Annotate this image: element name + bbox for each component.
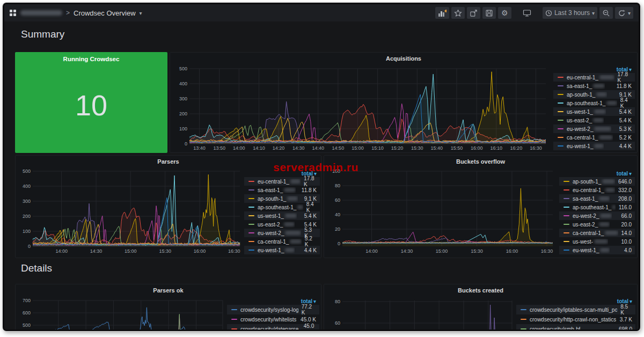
- series-color-swatch: [564, 215, 569, 217]
- legend-row-eu-west-1-[interactable]: eu-west-1_4.4 K: [244, 246, 320, 254]
- svg-text:13:50: 13:50: [214, 145, 226, 151]
- svg-text:0: 0: [28, 244, 31, 249]
- legend-total-value: 45.0 K: [301, 323, 316, 331]
- legend-series-name: ap-south-1_: [258, 196, 298, 202]
- star-button[interactable]: [451, 7, 465, 19]
- legend-total-value: 5.4 K: [616, 118, 632, 123]
- svg-text:60: 60: [335, 197, 340, 203]
- legend-row-eu-west-2-[interactable]: eu-west-2_66.0: [559, 211, 635, 220]
- legend-row-eu-west-1-[interactable]: eu-west-1_4.0: [559, 246, 635, 254]
- svg-text:200: 200: [23, 214, 31, 219]
- stat-title[interactable]: Running Crowdsec: [63, 56, 120, 62]
- acquisitions-chart[interactable]: 010020030040050013:4013:5014:0014:1014:2…: [174, 65, 550, 153]
- svg-text:15:30: 15:30: [159, 248, 171, 254]
- settings-button[interactable]: ⚙: [498, 7, 511, 19]
- legend-row-us-west-1-[interactable]: us-west-1_5.4 K: [244, 211, 320, 220]
- legend-row-ap-southeast-1-[interactable]: ap-southeast-1_8.4 K: [244, 203, 320, 211]
- navbar: > Crowdsec Overview ▾: [4, 4, 639, 21]
- legend-row-crowdsecurity-syslog-logs[interactable]: crowdsecurity/syslog-logs77.2 K: [227, 305, 319, 314]
- series-crowdsecurity/syslog-logs: [33, 307, 223, 331]
- buckets-overflow-chart[interactable]: 02040608010014:0014:3015:0015:3016:0016:…: [327, 169, 556, 258]
- panel-parsers-ok: Parsers ok 500600700 total▾crowdsecurity…: [15, 284, 321, 331]
- legend-row-crowdsecurity-smb-bf[interactable]: crowdsecurity/smb-bf698.0: [516, 324, 635, 331]
- legend-row-ap-southeast-1-[interactable]: ap-southeast-1_116.0: [559, 203, 635, 211]
- section-summary[interactable]: Summary: [21, 28, 64, 40]
- chevron-down-icon[interactable]: ▾: [628, 10, 631, 16]
- legend-row-ca-central-1-[interactable]: ca-central-1_14.0: [559, 229, 635, 237]
- legend-total-value: 332.0: [615, 187, 632, 193]
- zoom-out-button[interactable]: [599, 7, 613, 19]
- legend-row-sa-east-1-[interactable]: sa-east-1_11.8 K: [244, 186, 320, 194]
- legend-row-ca-central-1-[interactable]: ca-central-1_5.2 K: [553, 133, 635, 142]
- legend-row-eu-central-1-[interactable]: eu-central-1_332.0: [559, 186, 635, 194]
- legend-total-value: 11.8 K: [298, 187, 317, 193]
- save-button[interactable]: [482, 7, 496, 19]
- legend-row-ap-southeast-1-[interactable]: ap-southeast-1_8.4 K: [553, 99, 635, 107]
- watermark: serveradmin.ru: [273, 161, 358, 174]
- legend-row-crowdsecurity-http-crawl-non-statics[interactable]: crowdsecurity/http-crawl-non_statics3.7 …: [516, 314, 635, 324]
- series-color-swatch: [231, 328, 237, 330]
- legend-row-sa-east-1-[interactable]: sa-east-1_11.8 K: [553, 82, 635, 90]
- section-details[interactable]: Details: [21, 262, 52, 274]
- legend-row-us-west-1-[interactable]: us-west-1_5.4 K: [553, 107, 635, 116]
- legend-row-us-west-[interactable]: us-west-10.0: [559, 237, 635, 246]
- panel-running-crowdsec[interactable]: Running Crowdsec 10: [15, 52, 167, 153]
- series-color-swatch: [564, 224, 569, 225]
- panel-title[interactable]: Buckets overflow: [324, 158, 637, 165]
- legend-row-crowdsecurity-dateparse-enrich[interactable]: crowdsecurity/dateparse-enrich45.0 K: [227, 324, 319, 331]
- legend-total-value: 5.4 K: [301, 222, 317, 228]
- svg-text:80: 80: [335, 299, 340, 304]
- blurred-suffix: [606, 101, 617, 105]
- chevron-down-icon[interactable]: ▾: [140, 10, 142, 16]
- time-range-label: Last 3 hours: [554, 9, 590, 17]
- series-color-swatch: [248, 224, 254, 225]
- legend-row-ap-south-1-[interactable]: ap-south-1_646.0: [559, 177, 635, 186]
- svg-text:14:40: 14:40: [312, 145, 324, 151]
- panel-title[interactable]: Buckets created: [324, 287, 637, 294]
- svg-text:16:30: 16:30: [530, 145, 542, 151]
- legend-row-ca-central-1-[interactable]: ca-central-1_5.2 K: [244, 237, 320, 246]
- svg-text:700: 700: [23, 298, 31, 303]
- cycle-view-button[interactable]: [520, 7, 534, 19]
- svg-text:16:20: 16:20: [510, 145, 523, 151]
- share-icon: [470, 9, 478, 17]
- blurred-suffix: [599, 222, 610, 226]
- svg-text:500: 500: [179, 66, 187, 71]
- svg-text:14:30: 14:30: [90, 248, 103, 254]
- legend-series-name: eu-central-1_: [258, 179, 301, 185]
- buckets-created-chart[interactable]: 6080: [327, 297, 515, 331]
- legend-total-value: 17.8 K: [614, 71, 632, 83]
- time-range-picker[interactable]: Last 3 hours ▾: [543, 7, 597, 19]
- svg-text:100: 100: [23, 229, 31, 234]
- series-color-swatch: [564, 250, 569, 251]
- share-button[interactable]: [467, 7, 480, 19]
- legend-row-eu-west-2-[interactable]: eu-west-2_5.3 K: [553, 124, 635, 133]
- legend-row-sa-east-1-[interactable]: sa-east-1_208.0: [559, 194, 635, 203]
- series-color-swatch: [248, 198, 254, 200]
- legend-row-eu-central-1-[interactable]: eu-central-1_17.8 K: [244, 177, 320, 186]
- legend-row-eu-central-1-[interactable]: eu-central-1_17.8 K: [553, 73, 635, 82]
- legend-total-header[interactable]: total▾: [559, 170, 635, 177]
- parsers-chart[interactable]: 010020030040050014:0014:3015:0015:3016:0…: [18, 169, 243, 258]
- grafana-dashboards-icon[interactable]: [10, 10, 17, 17]
- series-color-swatch: [248, 207, 254, 208]
- panel-title[interactable]: Acquisitions: [170, 55, 637, 62]
- buckets-overflow-legend: total▾ap-south-1_646.0eu-central-1_332.0…: [559, 170, 635, 254]
- parsers-ok-chart[interactable]: 500600700: [18, 297, 226, 331]
- breadcrumb-org-blurred[interactable]: [20, 10, 62, 16]
- legend-row-crowdsecurity-iptables-scan-multi-ports[interactable]: crowdsecurity/iptables-scan-multi_ports8…: [516, 305, 635, 314]
- add-panel-button[interactable]: [435, 7, 449, 19]
- legend-row-us-east-2-[interactable]: us-east-2_20.0: [559, 220, 635, 229]
- series-color-swatch: [231, 319, 237, 320]
- legend-row-us-east-2-[interactable]: us-east-2_5.4 K: [553, 116, 635, 124]
- svg-text:400: 400: [179, 81, 187, 86]
- dashboard-title[interactable]: Crowdsec Overview: [74, 9, 136, 17]
- series-crowdsecurity/whitelists: [33, 316, 223, 332]
- refresh-button[interactable]: ▾: [615, 7, 633, 19]
- svg-text:400: 400: [23, 184, 31, 189]
- panel-title[interactable]: Parsers ok: [16, 287, 321, 294]
- clock-icon: [545, 10, 552, 17]
- legend-row-eu-west-1-[interactable]: eu-west-1_4.4 K: [553, 142, 635, 150]
- svg-text:20: 20: [335, 226, 340, 232]
- svg-text:600: 600: [23, 310, 31, 316]
